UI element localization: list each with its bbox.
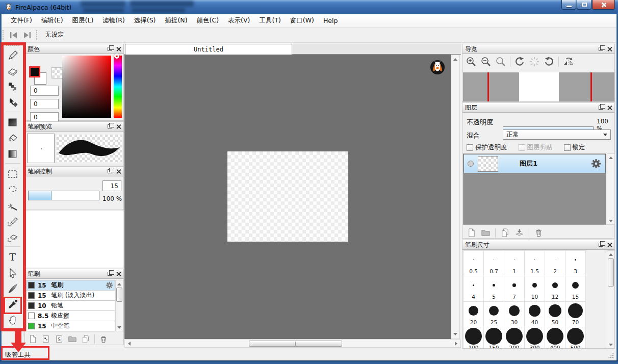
merge-down-icon[interactable] (514, 228, 524, 238)
text-tool-button[interactable]: T (4, 249, 22, 265)
brush-size-cell[interactable]: 20 (464, 302, 484, 327)
close-panel-icon[interactable] (607, 106, 612, 110)
reset-rotation-icon[interactable] (529, 56, 540, 67)
brush-list-item[interactable]: 15 中空笔 (27, 321, 115, 331)
color-g-input[interactable]: 0 (30, 99, 59, 109)
canvas-vertical-scrollbar[interactable] (451, 55, 460, 339)
brush-list-item[interactable]: 8.5 橡皮擦 (27, 311, 115, 321)
brush-size-cell[interactable]: 10 (525, 276, 545, 302)
brush-size-cell[interactable]: 30 (504, 302, 525, 327)
brush-size-cell[interactable]: 300 (525, 327, 545, 349)
brush-size-cell[interactable]: 15 (565, 276, 586, 302)
select-rect-tool-button[interactable] (4, 166, 22, 181)
scroll-up-button[interactable] (607, 251, 614, 257)
hand-tool-button[interactable] (4, 312, 22, 328)
blend-mode-dropdown[interactable]: 正常 (503, 129, 611, 140)
float-panel-icon[interactable] (108, 124, 112, 128)
close-button[interactable] (592, 0, 615, 10)
menu-help[interactable]: Help (319, 15, 343, 27)
hue-bar[interactable] (114, 56, 122, 118)
canvas-tab[interactable]: Untitled (125, 44, 292, 55)
new-folder-icon[interactable] (481, 228, 491, 238)
close-panel-icon[interactable] (116, 124, 121, 129)
close-panel-icon[interactable] (116, 272, 121, 276)
brush-size-cell[interactable]: 3 (565, 251, 586, 276)
brush-size-cell[interactable]: 0.7 (484, 251, 504, 276)
close-panel-icon[interactable] (607, 243, 612, 247)
rotate-cw-icon[interactable] (544, 56, 555, 67)
menu-select[interactable]: 选择(S) (130, 14, 161, 27)
brush-size-cell[interactable]: 0.5 (464, 251, 484, 276)
scrollbar-thumb[interactable] (608, 258, 614, 287)
scatter-tool-button[interactable] (4, 79, 22, 94)
scroll-up-button[interactable] (607, 154, 614, 160)
lock-checkbox[interactable] (564, 144, 571, 151)
close-panel-icon[interactable] (607, 47, 612, 51)
layer-list-scrollbar[interactable] (607, 153, 615, 225)
close-panel-icon[interactable] (116, 169, 121, 174)
scrollbar-thumb[interactable] (249, 341, 342, 347)
protect-alpha-checkbox[interactable] (467, 144, 473, 151)
eyedropper-tool-button[interactable] (4, 296, 22, 312)
resize-grip[interactable] (608, 352, 614, 358)
maximize-button[interactable] (577, 0, 591, 10)
brush-size-cell[interactable]: 100 (464, 327, 484, 349)
eraser-tool-button[interactable] (4, 63, 22, 79)
brush-list-item[interactable]: 15 笔刷 (淡入淡出) (27, 291, 115, 301)
scroll-right-button[interactable] (453, 340, 460, 347)
lasso-tool-button[interactable] (4, 181, 22, 197)
canvas-viewport[interactable] (124, 55, 451, 339)
scroll-left-button[interactable] (125, 340, 133, 347)
scroll-down-button[interactable] (607, 342, 614, 348)
brush-folder-icon[interactable] (68, 334, 77, 344)
color-b-input[interactable]: 0 (30, 112, 59, 122)
magic-wand-tool-button[interactable] (4, 197, 22, 213)
menu-snap[interactable]: 捕捉(N) (160, 14, 192, 27)
prev-preset-button[interactable] (7, 29, 20, 41)
layer-visibility-icon[interactable] (468, 161, 474, 167)
flip-horizontal-icon[interactable] (562, 56, 575, 67)
brush-size-cell[interactable]: 200 (504, 327, 525, 349)
move-tool-button[interactable] (4, 94, 22, 110)
select-pen-tool-button[interactable] (4, 213, 22, 229)
scroll-down-button[interactable] (607, 218, 614, 224)
brush-size-cell[interactable]: 1.5 (525, 251, 545, 276)
brush-size-cell[interactable]: 50 (545, 302, 565, 327)
brush-size-cell[interactable]: 12 (545, 276, 565, 302)
pen-tool-button[interactable] (4, 47, 22, 63)
brush-list-item[interactable]: 15 笔刷 (27, 280, 115, 291)
brush-size-value[interactable]: 15 (102, 180, 121, 191)
brush-size-cell[interactable]: 40 (525, 302, 545, 327)
delete-layer-icon[interactable] (534, 228, 544, 238)
add-script-brush-icon[interactable]: S (55, 334, 64, 344)
float-panel-icon[interactable] (599, 106, 603, 110)
brush-size-cell[interactable]: 150 (484, 327, 504, 349)
layer-row[interactable]: 图层1 (464, 154, 606, 173)
float-panel-icon[interactable] (599, 243, 603, 247)
menu-window[interactable]: 窗口(W) (286, 14, 319, 27)
select-eraser-tool-button[interactable] (4, 229, 22, 245)
brush-size-cell[interactable]: 4 (464, 276, 484, 302)
navigator-preview[interactable] (463, 72, 614, 101)
delete-brush-icon[interactable] (99, 334, 108, 344)
next-preset-button[interactable] (20, 29, 34, 41)
zoom-out-icon[interactable] (480, 56, 492, 67)
blur-tool-button[interactable] (4, 280, 22, 296)
foreground-color-swatch[interactable] (29, 66, 40, 77)
duplicate-brush-icon[interactable] (81, 334, 90, 344)
menu-view[interactable]: 表示(V) (223, 14, 254, 27)
operation-tool-button[interactable] (4, 265, 22, 280)
menu-filter[interactable]: 滤镜(R) (98, 14, 129, 27)
brush-size-cell[interactable]: 2 (545, 251, 565, 276)
scroll-down-button[interactable] (451, 331, 459, 339)
brush-size-cell[interactable]: 25 (484, 302, 504, 327)
sv-color-square[interactable] (62, 56, 111, 118)
new-layer-icon[interactable] (467, 228, 476, 238)
brush-size-cell[interactable]: 5 (484, 276, 504, 302)
brush-size-cell[interactable]: 500 (565, 327, 586, 349)
canvas-horizontal-scrollbar[interactable] (124, 340, 461, 348)
brush-list-item[interactable]: 10 铅笔 (27, 301, 115, 311)
close-panel-icon[interactable] (116, 47, 121, 51)
scrollbar-thumb[interactable] (116, 288, 122, 302)
clipping-checkbox[interactable] (519, 144, 525, 151)
